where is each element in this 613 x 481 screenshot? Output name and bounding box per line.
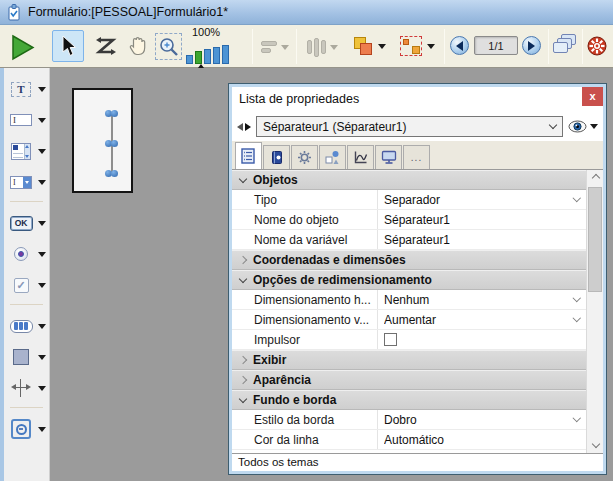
hand-tool-button[interactable]	[125, 33, 151, 59]
chevron-down-icon[interactable]	[38, 355, 46, 360]
chevron-down-icon[interactable]	[38, 252, 46, 257]
selection-handle-middle[interactable]	[105, 140, 118, 147]
plugin-tool[interactable]	[4, 417, 49, 441]
group-button[interactable]	[396, 32, 438, 60]
impulsor-checkbox[interactable]	[384, 333, 397, 346]
splitter-tool[interactable]	[4, 376, 49, 400]
toolbar-separator	[296, 29, 297, 64]
tab-properties[interactable]	[235, 142, 262, 169]
text-tool[interactable]: T	[4, 77, 49, 101]
tab-options[interactable]	[291, 145, 318, 169]
prop-value-dropdown[interactable]: Separador	[378, 190, 586, 209]
prop-group-exibir[interactable]: Exibir	[232, 350, 586, 370]
form-page[interactable]	[72, 88, 133, 193]
prop-row-nome-do-objeto: Nome do objeto Séparateur1	[232, 210, 586, 230]
align-button-disabled	[258, 35, 292, 59]
group-label: Opções de redimensionamento	[253, 273, 432, 287]
scroll-down-button[interactable]	[587, 437, 603, 453]
tab-data-source[interactable]	[263, 145, 290, 169]
zoom-scale-control[interactable]: 100%	[184, 25, 246, 68]
arrow-left-icon	[450, 36, 469, 55]
property-rows: Objetos Tipo Separador Nome do objeto Sé…	[232, 170, 586, 450]
listbox-tool[interactable]	[4, 139, 49, 163]
property-list-icon	[241, 148, 256, 164]
chevron-down-icon[interactable]	[38, 149, 46, 154]
toolbar-separator	[548, 29, 549, 64]
chevron-down-icon[interactable]	[38, 180, 46, 185]
zoom-tool-button[interactable]	[155, 33, 182, 60]
combobox-tool[interactable]: I	[4, 170, 49, 194]
chevron-down-icon[interactable]	[38, 283, 46, 288]
distribute-button-disabled	[302, 33, 342, 61]
segmented-tool[interactable]	[4, 314, 49, 338]
prop-row-impulsor: Impulsor	[232, 330, 586, 350]
rectangle-icon	[13, 349, 29, 365]
chevron-down-icon	[330, 45, 338, 50]
property-list: Objetos Tipo Separador Nome do objeto Sé…	[232, 170, 603, 453]
prop-value-dropdown[interactable]: Aumentar	[378, 310, 586, 329]
next-page-button[interactable]	[522, 36, 541, 55]
close-button[interactable]: x	[582, 87, 603, 106]
level-button[interactable]	[348, 32, 390, 60]
splitter-icon	[11, 379, 31, 397]
prop-group-objetos[interactable]: Objetos	[232, 170, 586, 190]
arrow-left-icon[interactable]	[237, 123, 243, 131]
tab-more[interactable]: ...	[403, 145, 430, 169]
panel-title: Lista de propriedades	[239, 92, 359, 106]
selection-handle-top[interactable]	[105, 110, 118, 117]
prop-value-dropdown[interactable]: Dobro	[378, 410, 586, 429]
tab-display[interactable]	[375, 145, 402, 169]
input-tool[interactable]: I	[4, 108, 49, 132]
zoom-bar-5[interactable]	[222, 45, 229, 64]
scroll-up-button[interactable]	[587, 170, 603, 186]
zoom-bar-3[interactable]	[204, 49, 211, 64]
pointer-tool-button[interactable]	[52, 30, 84, 62]
prop-value-field[interactable]: Séparateur1	[378, 210, 586, 229]
prop-value-field[interactable]: Séparateur1	[378, 230, 586, 249]
object-selector-dropdown[interactable]: Séparateur1 (Séparateur1)	[256, 116, 563, 137]
object-nav-arrows[interactable]	[237, 123, 251, 131]
prop-row-estilo-da-borda: Estilo da borda Dobro	[232, 410, 586, 430]
sidebar-divider	[10, 407, 43, 408]
entry-order-tool-button[interactable]	[93, 34, 119, 58]
view-options-button[interactable]	[568, 120, 598, 133]
chevron-down-icon[interactable]	[38, 118, 46, 123]
chevron-down-icon[interactable]	[38, 427, 46, 432]
previous-page-button[interactable]	[450, 36, 469, 55]
zoom-bar-current[interactable]	[195, 51, 202, 64]
tab-objects[interactable]	[319, 145, 346, 169]
chevron-down-icon[interactable]	[38, 87, 46, 92]
panel-tab-strip: ...	[232, 141, 603, 170]
prop-value-field[interactable]: Automático	[378, 430, 586, 449]
monitor-icon	[381, 150, 397, 165]
prop-label: Tipo	[232, 190, 378, 209]
scrollbar-thumb[interactable]	[588, 187, 602, 292]
panel-title-bar[interactable]: Lista de propriedades x	[232, 87, 603, 112]
prop-group-aparencia[interactable]: Aparência	[232, 370, 586, 390]
selection-handle-bottom[interactable]	[105, 170, 118, 177]
chevron-down-icon[interactable]	[38, 386, 46, 391]
checkbox-tool[interactable]: ✓	[4, 273, 49, 297]
prop-value-dropdown[interactable]: Nenhum	[378, 290, 586, 309]
scrollbar[interactable]	[586, 170, 603, 453]
prop-group-redimensionamento[interactable]: Opções de redimensionamento	[232, 270, 586, 290]
tab-events[interactable]	[347, 145, 374, 169]
chevron-down-icon[interactable]	[38, 221, 46, 226]
settings-button[interactable]	[586, 35, 613, 57]
zoom-bar-1[interactable]	[186, 55, 193, 64]
pages-button[interactable]	[553, 34, 579, 56]
rectangle-tool[interactable]	[4, 345, 49, 369]
radio-tool[interactable]	[4, 242, 49, 266]
arrow-right-icon[interactable]	[245, 123, 251, 131]
group-label: Coordenadas e dimensões	[253, 253, 406, 267]
chevron-down-icon[interactable]	[38, 324, 46, 329]
chevron-down-icon	[590, 124, 598, 129]
run-form-button[interactable]	[6, 32, 38, 62]
button-tool[interactable]: OK	[4, 211, 49, 235]
chevron-down-icon	[572, 294, 580, 302]
zoom-bar-4[interactable]	[213, 47, 220, 64]
prop-group-fundo-e-borda[interactable]: Fundo e borda	[232, 390, 586, 410]
prop-group-coordenadas[interactable]: Coordenadas e dimensões	[232, 250, 586, 270]
theme-filter-bar[interactable]: Todos os temas	[232, 453, 603, 471]
align-icon	[261, 41, 277, 53]
